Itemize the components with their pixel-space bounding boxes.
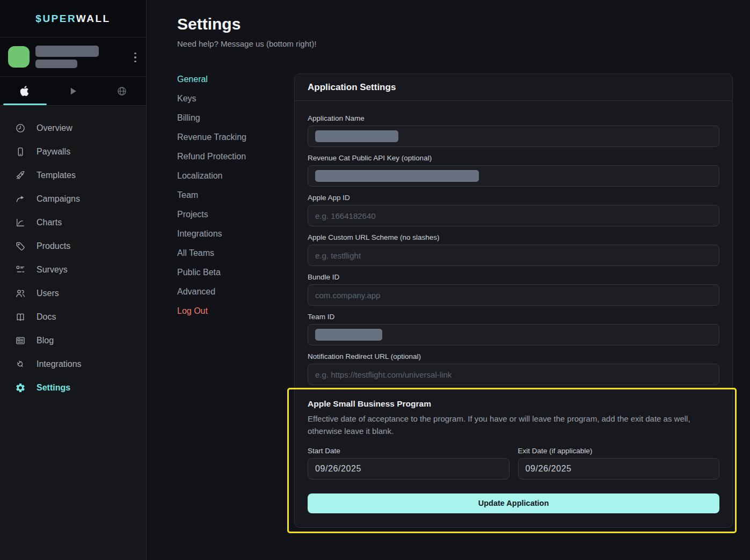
apple-icon bbox=[19, 86, 30, 96]
sidebar-item-docs[interactable]: Docs bbox=[0, 305, 146, 329]
field-label: Apple App ID bbox=[308, 194, 719, 202]
rocket-icon bbox=[15, 170, 26, 181]
active-tab-indicator bbox=[3, 104, 47, 105]
tab-web[interactable] bbox=[97, 77, 146, 105]
account-switcher[interactable] bbox=[0, 38, 146, 77]
superwall-dashboard: $UPERWALL bbox=[0, 0, 750, 560]
superwall-logo: $UPERWALL bbox=[35, 13, 110, 25]
sidebar: $UPERWALL bbox=[0, 0, 147, 560]
sidebar-item-label: Products bbox=[37, 241, 70, 251]
settings-nav-keys[interactable]: Keys bbox=[177, 89, 285, 108]
revenuecat-api-key-input[interactable] bbox=[308, 165, 719, 187]
start-date-field: Start Date bbox=[308, 447, 509, 480]
apple-small-business-program-section: Apple Small Business Program Effective d… bbox=[308, 399, 719, 513]
sidebar-item-label: Campaigns bbox=[37, 194, 80, 204]
field-bundle-id: Bundle ID bbox=[308, 273, 719, 306]
sidebar-item-blog[interactable]: Blog bbox=[0, 329, 146, 352]
tab-android[interactable] bbox=[49, 77, 98, 105]
section-title: Apple Small Business Program bbox=[308, 399, 719, 409]
field-label: Apple Custom URL Scheme (no slashes) bbox=[308, 233, 719, 241]
sidebar-item-label: Settings bbox=[37, 383, 70, 393]
panel-body: Application Name Revenue Cat Public API … bbox=[295, 101, 732, 527]
field-team-id: Team ID bbox=[308, 313, 719, 345]
settings-nav-localization[interactable]: Localization bbox=[177, 166, 285, 186]
sidebar-item-campaigns[interactable]: Campaigns bbox=[0, 187, 146, 211]
redacted-value bbox=[315, 130, 398, 142]
settings-nav-refund-protection[interactable]: Refund Protection bbox=[177, 147, 285, 166]
field-label: Start Date bbox=[308, 447, 509, 455]
sidebar-item-label: Docs bbox=[37, 312, 56, 322]
bundle-id-input[interactable] bbox=[308, 284, 719, 306]
page-subtitle: Need help? Message us (bottom right)! bbox=[177, 39, 316, 48]
clock-icon bbox=[15, 123, 26, 134]
tab-ios[interactable] bbox=[0, 77, 49, 105]
field-label: Application Name bbox=[308, 114, 719, 122]
sidebar-item-settings[interactable]: Settings bbox=[0, 376, 146, 400]
application-name-input[interactable] bbox=[308, 126, 719, 147]
field-apple-app-id: Apple App ID bbox=[308, 194, 719, 226]
sidebar-item-label: Templates bbox=[37, 171, 76, 180]
newspaper-icon bbox=[15, 335, 26, 346]
settings-nav-public-beta[interactable]: Public Beta bbox=[177, 263, 285, 282]
field-label: Notification Redirect URL (optional) bbox=[308, 352, 719, 360]
settings-nav-revenue-tracking[interactable]: Revenue Tracking bbox=[177, 128, 285, 147]
tag-icon bbox=[15, 241, 26, 252]
field-label: Team ID bbox=[308, 313, 719, 321]
play-icon bbox=[68, 86, 78, 97]
team-id-input[interactable] bbox=[308, 324, 719, 345]
globe-icon bbox=[116, 86, 127, 97]
notification-redirect-url-input[interactable] bbox=[308, 364, 719, 385]
settings-nav-all-teams[interactable]: All Teams bbox=[177, 244, 285, 263]
field-application-name: Application Name bbox=[308, 114, 719, 147]
sidebar-item-label: Blog bbox=[37, 336, 54, 345]
exit-date-input[interactable] bbox=[518, 458, 720, 480]
page-title: Settings bbox=[177, 15, 241, 33]
chart-icon bbox=[15, 217, 26, 228]
brand-logo: $UPERWALL bbox=[0, 0, 146, 38]
logo-prefix: $UPER bbox=[35, 13, 76, 24]
start-date-input[interactable] bbox=[308, 458, 509, 480]
field-label: Bundle ID bbox=[308, 273, 719, 281]
sidebar-nav: Overview Paywalls Templates Campaigns Ch… bbox=[0, 106, 146, 400]
panel-title: Application Settings bbox=[295, 74, 732, 101]
sidebar-item-surveys[interactable]: Surveys bbox=[0, 258, 146, 282]
update-application-button[interactable]: Update Application bbox=[308, 493, 719, 513]
megaphone-icon bbox=[15, 194, 26, 204]
settings-nav-team[interactable]: Team bbox=[177, 186, 285, 205]
exit-date-field: Exit Date (if applicable) bbox=[518, 447, 720, 480]
sidebar-item-integrations[interactable]: Integrations bbox=[0, 352, 146, 376]
sidebar-item-label: Paywalls bbox=[37, 147, 70, 157]
field-revenuecat-api-key: Revenue Cat Public API Key (optional) bbox=[308, 154, 719, 187]
sidebar-item-paywalls[interactable]: Paywalls bbox=[0, 140, 146, 164]
sidebar-item-label: Charts bbox=[37, 218, 62, 227]
book-icon bbox=[15, 312, 26, 322]
platform-tabs bbox=[0, 77, 146, 106]
settings-nav-billing[interactable]: Billing bbox=[177, 108, 285, 128]
gear-icon bbox=[15, 382, 26, 393]
apple-url-scheme-input[interactable] bbox=[308, 245, 719, 266]
dates-row: Start Date Exit Date (if applicable) bbox=[308, 447, 719, 480]
sidebar-item-label: Overview bbox=[37, 123, 72, 133]
apple-app-id-input[interactable] bbox=[308, 205, 719, 226]
checklist-icon bbox=[15, 264, 26, 275]
sidebar-item-users[interactable]: Users bbox=[0, 282, 146, 305]
app-avatar bbox=[8, 46, 30, 68]
settings-nav-general[interactable]: General bbox=[177, 70, 285, 89]
settings-nav-integrations[interactable]: Integrations bbox=[177, 224, 285, 244]
sidebar-item-label: Users bbox=[37, 289, 59, 298]
account-subtitle-redacted bbox=[35, 60, 77, 68]
settings-nav-advanced[interactable]: Advanced bbox=[177, 282, 285, 301]
sidebar-item-charts[interactable]: Charts bbox=[0, 211, 146, 234]
plug-icon bbox=[15, 359, 26, 370]
sidebar-item-overview[interactable]: Overview bbox=[0, 116, 146, 140]
sidebar-item-products[interactable]: Products bbox=[0, 234, 146, 258]
field-label: Revenue Cat Public API Key (optional) bbox=[308, 154, 719, 162]
redacted-value bbox=[315, 170, 479, 182]
settings-nav-projects[interactable]: Projects bbox=[177, 205, 285, 224]
sidebar-item-templates[interactable]: Templates bbox=[0, 164, 146, 187]
application-settings-panel: Application Settings Application Name Re… bbox=[294, 73, 733, 528]
account-menu-kebab-icon[interactable] bbox=[131, 49, 140, 65]
sidebar-item-label: Surveys bbox=[37, 265, 68, 275]
settings-nav-log-out[interactable]: Log Out bbox=[177, 301, 285, 321]
sidebar-item-label: Integrations bbox=[37, 359, 82, 369]
